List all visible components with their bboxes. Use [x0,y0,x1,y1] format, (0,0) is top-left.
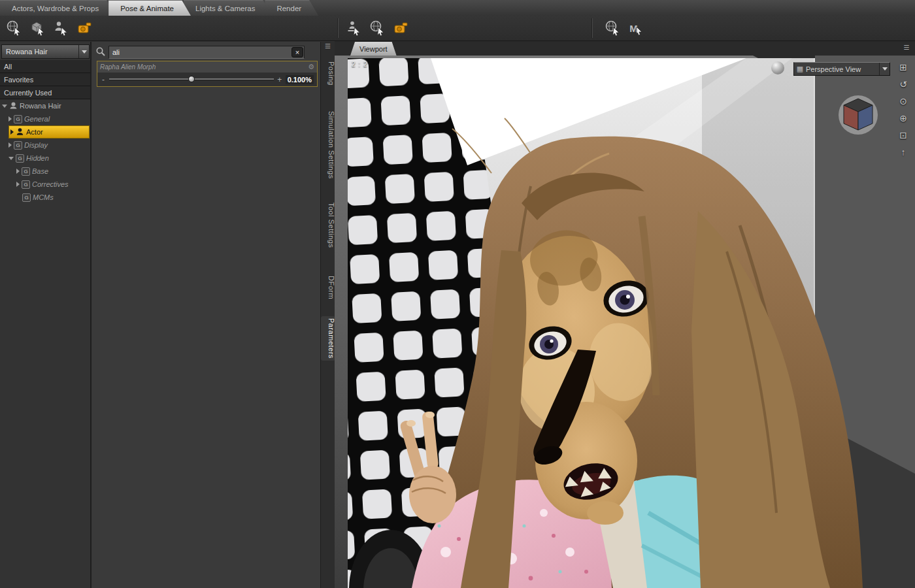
aim-tool-icon[interactable]: ⊙ [895,95,911,108]
chevron-down-icon [879,63,890,75]
actor-icon [16,127,24,137]
viewport-header: Viewport ☰ [335,41,915,56]
tab-tool-settings[interactable]: Tool Settings [321,203,335,248]
tree-item-display[interactable]: G Display [0,139,90,152]
group-icon: G [16,154,24,163]
filter-all[interactable]: All [0,60,90,73]
filter-favorites[interactable]: Favorites [0,73,90,86]
tab-dform[interactable]: DForm [321,276,335,299]
tree-item-hidden[interactable]: G Hidden [0,152,90,165]
parameter-slider[interactable] [109,78,274,80]
view-cube[interactable] [835,93,882,138]
tab-simulation-settings[interactable]: Simulation Settings [321,111,335,179]
toolbar: M [0,16,915,41]
camera-dock-icon[interactable] [390,17,413,39]
scene-filter-dropdown[interactable]: Rowana Hair [1,44,90,59]
hair-node-icon [9,101,18,111]
parameter-value[interactable]: 0.100% [286,75,314,84]
grid-view-icon: ▦ [794,65,806,73]
tree-item-mcms[interactable]: G MCMs [0,191,90,204]
tab-viewport[interactable]: Viewport [350,42,397,56]
group-icon: G [14,115,22,123]
filter-currently-used[interactable]: Currently Used [0,86,90,99]
tree-item-correctives[interactable]: G Correctives [0,178,90,191]
scene-rotate-icon[interactable] [366,17,390,39]
scene-tree: Rowana Hair G General Actor G [0,99,90,204]
tab-posing[interactable]: Posing [321,61,335,86]
tab-lights-cameras[interactable]: Lights & Cameras [184,0,272,16]
parameter-name: Rapha Alien Morph [100,63,308,71]
collapse-arrow-icon[interactable] [8,157,14,160]
reset-view-icon[interactable]: ↑ [895,146,911,159]
orbit-select-icon[interactable] [601,17,625,39]
orbit-tool-icon[interactable]: ↺ [895,78,911,91]
main-tab-bar: Actors, Wardrobe & Props Pose & Animate … [0,0,915,16]
sphere-icon [771,61,784,74]
tab-render[interactable]: Render [265,0,318,16]
tree-item-general[interactable]: G General [0,112,90,125]
camera-view-dropdown[interactable]: ▦ Perspective View [793,62,890,76]
decrement-button[interactable]: - [101,75,106,84]
expand-arrow-icon[interactable] [16,169,20,174]
zoom-tool-icon[interactable]: ⊕ [895,112,911,125]
tab-actors-wardrobe-props[interactable]: Actors, Wardrobe & Props [0,0,116,16]
expand-arrow-icon[interactable] [8,142,12,148]
expand-arrow-icon[interactable] [16,182,20,187]
tab-parameters[interactable]: Parameters [321,316,335,361]
render-scene[interactable] [335,56,915,588]
tree-root-rowana-hair[interactable]: Rowana Hair [0,99,90,112]
figure-dock-icon[interactable] [342,17,366,39]
toolbar-separator [591,18,593,38]
pan-tool-icon[interactable]: ⊞ [895,61,911,74]
slider-thumb[interactable] [188,76,195,82]
translate-tool-icon[interactable] [26,17,50,39]
chevron-down-icon [78,45,89,58]
parameter-widget: Rapha Alien Morph ⚙ - + 0.100% [97,61,318,87]
lighting-sphere-control[interactable] [771,61,791,77]
group-icon: G [14,141,22,150]
viewport[interactable]: 2 : 2 ▦ Perspective View ⊞ ↺ ⊙ ⊕ ⊡ ↑ [335,56,915,588]
actor-selection-tool-icon[interactable] [50,17,73,39]
node-selection-tool-icon[interactable] [3,17,26,39]
morphs-tool-icon[interactable]: M [625,17,648,39]
clear-search-icon[interactable]: × [291,47,303,57]
scene-panel: Rowana Hair All Favorites Currently Used… [0,42,92,588]
panel-menu-icon[interactable]: ☰ [901,43,912,52]
increment-button[interactable]: + [277,75,282,84]
chevron-down-icon [786,74,790,77]
viewport-control-strip: ⊞ ↺ ⊙ ⊕ ⊡ ↑ [895,61,912,159]
aspect-frame-label: 2 : 2 [352,61,367,68]
daz-studio-window: Actors, Wardrobe & Props Pose & Animate … [0,0,915,588]
expand-arrow-icon[interactable] [8,116,12,122]
gear-icon[interactable]: ⚙ [308,63,314,71]
active-camera-icon[interactable] [73,17,97,39]
expand-arrow-icon[interactable] [2,105,7,108]
parameter-search-row: × [92,44,320,60]
group-icon: G [22,167,30,176]
frame-tool-icon[interactable]: ⊡ [895,129,911,142]
search-input[interactable] [108,46,305,59]
expand-arrow-icon[interactable] [10,129,14,135]
parameters-panel: × Rapha Alien Morph ⚙ - + 0.100% [92,42,320,588]
tree-item-actor[interactable]: Actor [8,125,90,139]
group-icon: G [22,180,30,189]
pane-tab-strip: ☰ Posing Simulation Settings Tool Settin… [320,42,335,588]
tab-pose-animate[interactable]: Pose & Animate [108,0,191,16]
panel-menu-icon[interactable]: ☰ [321,42,335,51]
tree-item-base[interactable]: G Base [0,165,90,178]
toolbar-separator [337,18,339,38]
filter-list: All Favorites Currently Used [0,60,90,99]
search-icon[interactable] [95,46,106,58]
group-icon: G [22,193,31,202]
